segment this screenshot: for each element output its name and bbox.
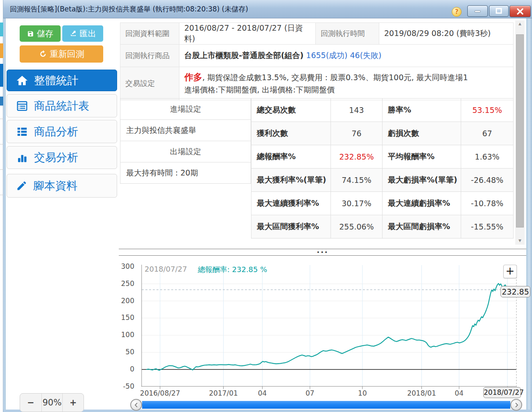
background-window-sliver: [0, 0, 3, 412]
chart-return-label: 總報酬率: 232.85 %: [198, 265, 267, 275]
y-axis-tick-label: -50: [110, 382, 134, 390]
entry-exit-settings-table: 進場設定 主力與投信共襄盛舉 出場設定 最大持有時間 : 20期: [120, 98, 251, 184]
product-value: 台股上市櫃類股-普通股全部(組合): [184, 51, 303, 60]
x-axis-tick-label: 04: [258, 389, 267, 397]
x-axis-tick-label: 2018/01: [407, 389, 436, 397]
background-fragment: [0, 119, 3, 119]
stat-label: 總報酬率%: [251, 145, 331, 169]
trade-price-text: 進場價格:下期開盤價, 出場價格:下期開盤價: [184, 83, 508, 96]
sidebar-item-script-data[interactable]: 腳本資料: [7, 174, 117, 198]
chart-date-label: 2018/07/27: [145, 265, 187, 275]
help-button[interactable]: ?: [452, 7, 462, 17]
stat-label: 獲利次數: [251, 122, 331, 145]
statistics-table: 總交易次數 143 勝率% 53.15% 獲利次數 76 虧損次數 67 總報酬…: [251, 98, 514, 239]
zoom-level-label: 90%: [42, 394, 62, 412]
scroll-down-arrow[interactable]: ▼: [515, 237, 525, 244]
table-row: 最大區間獲利率% 255.06% 最大區間虧損率% -15.55%: [251, 215, 514, 239]
background-fragment: [0, 144, 3, 144]
background-fragment: [0, 23, 3, 36]
vertical-scrollbar[interactable]: ▲ ▼: [515, 20, 525, 245]
maximize-button[interactable]: [489, 5, 509, 17]
export-icon: [70, 30, 77, 37]
sidebar-item-label: 交易分析: [34, 150, 78, 165]
window-frame-left: [3, 18, 6, 412]
stat-value: 255.06%: [331, 215, 383, 239]
x-axis-date-tag: 2018/07/27: [483, 387, 521, 398]
backtest-report-window: 回測報告[策略](Beta版):主力與投信共襄盛舉 (執行時間:08:20:38…: [0, 0, 532, 412]
zoom-in-button[interactable]: +: [62, 394, 84, 412]
save-icon: [27, 30, 34, 37]
background-fragment: [0, 64, 3, 87]
list-icon: [16, 126, 28, 138]
chart-y-axis: 300250200150100500-50: [110, 264, 138, 392]
sidebar-item-label: 腳本資料: [33, 178, 77, 193]
table-row: 獲利次數 76 虧損次數 67: [251, 122, 514, 145]
minimize-button[interactable]: [467, 5, 488, 17]
maximize-icon: [495, 7, 503, 15]
exec-time-label: 回測執行時間: [316, 23, 379, 45]
table-icon: [16, 100, 28, 112]
trade-settings-text: , 期貨保證金成數13.5%, 交易費用 : 股票0.3%、期貨100元, 最大…: [202, 73, 468, 82]
table-row: 總報酬率% 232.85% 平均報酬率% 1.63%: [251, 145, 514, 169]
minimize-icon: [474, 7, 481, 15]
trade-settings-cell: 作多, 期貨保證金成數13.5%, 交易費用 : 股票0.3%、期貨100元, …: [179, 67, 514, 100]
chevron-right-icon: [514, 402, 519, 408]
product-cell: 台股上市櫃類股-普通股全部(組合) 1655(成功) 46(失敗): [179, 45, 514, 67]
stat-value: 67: [461, 122, 514, 145]
y-axis-tick-label: 200: [110, 297, 134, 305]
x-axis-tick-label: 10: [358, 389, 367, 397]
stat-label: 勝率%: [383, 99, 461, 122]
sidebar-item-label: 商品分析: [34, 124, 78, 139]
stat-label: 最大虧損率%(單筆): [383, 169, 461, 192]
export-button[interactable]: 匯出: [62, 25, 103, 42]
product-result-link[interactable]: 1655(成功) 46(失敗): [306, 51, 381, 60]
sidebar-item-overall-stats[interactable]: 整體統計: [7, 70, 117, 91]
equity-curve-plot[interactable]: [141, 264, 517, 391]
equity-curve-chart[interactable]: [141, 264, 517, 391]
chart-zoom-in-button[interactable]: +: [503, 265, 517, 278]
x-axis-tick-label: 2017/01: [209, 389, 238, 397]
background-fragment: [0, 195, 3, 195]
rerun-backtest-button[interactable]: 重新回測: [20, 45, 103, 63]
y-axis-tick-label: 50: [110, 348, 134, 356]
scrollbar-thumb[interactable]: [516, 34, 524, 227]
stat-label: 最大區間虧損率%: [383, 215, 461, 239]
product-label: 回測執行商品: [120, 45, 179, 67]
sidebar-item-trade-analysis[interactable]: 交易分析: [7, 146, 117, 169]
y-axis-tick-label: 100: [110, 331, 134, 339]
stat-label: 最大獲利率%(單筆): [251, 169, 331, 192]
background-fragment: [0, 43, 3, 58]
background-fragment: [0, 97, 3, 106]
stat-value: 1.63%: [461, 145, 514, 169]
stat-label: 虧損次數: [383, 122, 461, 145]
stat-value: -26.48%: [461, 169, 514, 192]
stat-value: 74.15%: [331, 169, 383, 192]
zoom-out-button[interactable]: −: [20, 394, 42, 412]
sidebar-item-product-stats-table[interactable]: 商品統計表: [7, 94, 117, 117]
stat-value: 30.17%: [331, 192, 383, 215]
hscroll-right-button[interactable]: [510, 399, 522, 411]
pane-splitter-handle[interactable]: •••: [119, 249, 526, 256]
stat-value: 76: [331, 122, 383, 145]
close-button[interactable]: [509, 5, 531, 17]
save-button[interactable]: 儲存: [20, 25, 61, 42]
scroll-up-arrow[interactable]: ▲: [515, 20, 525, 27]
bar-chart-icon: [16, 151, 28, 164]
trade-direction: 作多: [184, 72, 202, 82]
sidebar-item-product-analysis[interactable]: 商品分析: [7, 120, 117, 143]
zoom-control: − 90% +: [20, 393, 84, 412]
hscroll-range-bar[interactable]: [142, 401, 510, 409]
stat-label: 最大區間獲利率%: [251, 215, 331, 239]
x-axis-tick-label: 2016/08/27: [140, 389, 180, 397]
stat-value: -10.78%: [461, 192, 514, 215]
rerun-button-label: 重新回測: [50, 48, 84, 60]
last-value-tag: 232.85: [500, 286, 530, 297]
table-row: 總交易次數 143 勝率% 53.15%: [251, 99, 514, 122]
hscroll-left-button[interactable]: [130, 399, 142, 411]
background-fragment: [0, 169, 3, 170]
refresh-icon: [39, 50, 47, 58]
y-axis-tick-label: 0: [110, 365, 134, 373]
title-bar[interactable]: 回測報告[策略](Beta版):主力與投信共襄盛舉 (執行時間:08:20:38…: [3, 0, 532, 18]
stat-label: 最大連續獲利率%: [251, 192, 331, 215]
window-frame-right: [526, 18, 532, 412]
